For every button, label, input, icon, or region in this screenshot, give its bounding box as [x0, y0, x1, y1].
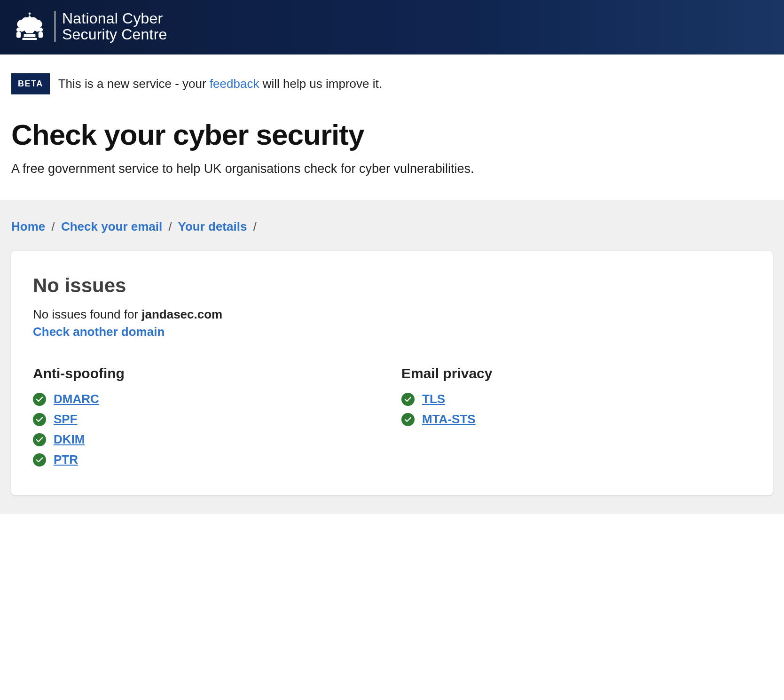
email-privacy-title: Email privacy [401, 366, 751, 381]
breadcrumb-your-details[interactable]: Your details [178, 219, 247, 233]
svg-point-4 [16, 28, 21, 32]
breadcrumb-area: Home / Check your email / Your details / [0, 200, 784, 251]
uk-crest-icon [11, 8, 48, 45]
beta-text: This is a new service - your feedback wi… [58, 77, 382, 91]
email-privacy-column: Email privacy TLS MTA-STS [401, 366, 751, 470]
svg-rect-2 [24, 34, 36, 37]
summary-before: No issues found for [33, 307, 141, 321]
org-name-line2: Security Centre [62, 27, 167, 43]
checked-domain: jandasec.com [141, 307, 222, 321]
results-heading: No issues [33, 274, 751, 297]
check-item: DMARC [33, 389, 383, 409]
svg-point-5 [39, 28, 43, 32]
svg-point-0 [29, 13, 31, 15]
breadcrumb-home[interactable]: Home [11, 219, 45, 233]
results-card: No issues No issues found for jandasec.c… [11, 251, 773, 495]
check-dkim-link[interactable]: DKIM [54, 432, 85, 447]
results-area: No issues No issues found for jandasec.c… [0, 251, 784, 514]
check-spf-link[interactable]: SPF [54, 412, 78, 427]
anti-spoofing-column: Anti-spoofing DMARC SPF DKIM [33, 366, 383, 470]
feedback-link[interactable]: feedback [210, 77, 259, 91]
beta-text-before: This is a new service - your [58, 77, 210, 91]
breadcrumb-sep: / [169, 219, 172, 233]
anti-spoofing-list: DMARC SPF DKIM PTR [33, 389, 383, 470]
org-name-line1: National Cyber [62, 11, 167, 27]
svg-rect-3 [22, 38, 37, 40]
beta-text-after: will help us improve it. [259, 77, 382, 91]
check-ok-icon [401, 393, 415, 406]
page-title: Check your cyber security [11, 118, 773, 151]
check-item: TLS [401, 389, 751, 409]
check-item: PTR [33, 450, 383, 470]
check-ok-icon [33, 453, 46, 467]
breadcrumb-check-email[interactable]: Check your email [61, 219, 162, 233]
beta-row: BETA This is a new service - your feedba… [11, 73, 773, 94]
check-tls-link[interactable]: TLS [422, 392, 445, 406]
results-summary: No issues found for jandasec.com [33, 307, 751, 322]
check-item: SPF [33, 409, 383, 429]
header-divider [55, 11, 55, 42]
svg-rect-1 [26, 24, 33, 33]
breadcrumb-sep: / [51, 219, 55, 233]
check-ok-icon [33, 413, 46, 426]
check-another-link[interactable]: Check another domain [33, 325, 165, 339]
anti-spoofing-title: Anti-spoofing [33, 366, 383, 381]
check-columns: Anti-spoofing DMARC SPF DKIM [33, 366, 751, 470]
org-name: National Cyber Security Centre [62, 11, 167, 42]
svg-rect-7 [39, 32, 43, 38]
check-dmarc-link[interactable]: DMARC [54, 392, 99, 406]
breadcrumb: Home / Check your email / Your details / [11, 219, 773, 234]
svg-rect-6 [16, 32, 21, 38]
notice-area: BETA This is a new service - your feedba… [0, 54, 784, 200]
check-item: DKIM [33, 429, 383, 450]
check-ok-icon [401, 413, 415, 426]
email-privacy-list: TLS MTA-STS [401, 389, 751, 429]
header-inner: National Cyber Security Centre [11, 8, 167, 45]
check-item: MTA-STS [401, 409, 751, 429]
check-ptr-link[interactable]: PTR [54, 452, 78, 467]
site-header: National Cyber Security Centre [0, 0, 784, 54]
check-mta-sts-link[interactable]: MTA-STS [422, 412, 476, 427]
beta-badge: BETA [11, 73, 50, 94]
check-ok-icon [33, 433, 46, 446]
breadcrumb-sep: / [253, 219, 257, 233]
page-subtitle: A free government service to help UK org… [11, 162, 773, 176]
check-ok-icon [33, 393, 46, 406]
